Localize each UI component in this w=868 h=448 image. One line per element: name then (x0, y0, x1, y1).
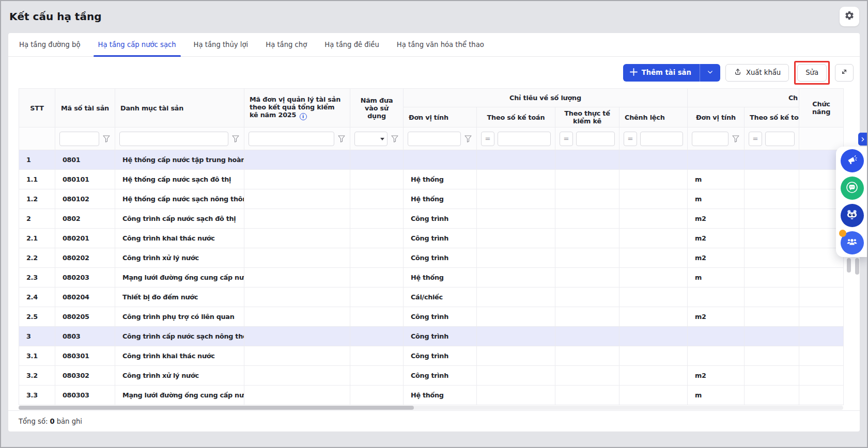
panda-bot-icon (845, 207, 859, 224)
community-button[interactable] (841, 231, 864, 254)
cell-stt: 3.1 (19, 346, 55, 366)
funnel-icon[interactable] (231, 135, 240, 142)
filter-input-difference[interactable] (640, 132, 683, 146)
table-row[interactable]: 30803Công trình cấp nước sạch nông thôn … (19, 327, 844, 346)
filter-operator-equals[interactable]: = (560, 132, 573, 146)
info-icon[interactable]: i (300, 113, 307, 120)
cell-year (350, 346, 404, 366)
filter-input-mgmt-unit[interactable] (249, 132, 334, 146)
settings-button[interactable] (840, 7, 859, 26)
funnel-icon[interactable] (732, 135, 740, 142)
cell-unit: Công trình (404, 327, 477, 346)
cell-stt: 1 (19, 150, 55, 170)
tab-ha-tang-de-dieu[interactable]: Hạ tầng đê điều (316, 33, 388, 56)
filter-cell-year (350, 127, 404, 150)
cell-name: Công trình xử lý nước (115, 366, 244, 386)
cell-name: Công trình xử lý nước (115, 248, 244, 268)
tab-ha-tang-thuy-loi[interactable]: Hạ tầng thủy lợi (185, 33, 257, 56)
cell-diff (619, 170, 688, 189)
toolbar: Thêm tài sản Xuất khẩu Sửa (8, 57, 860, 88)
cell-year (350, 150, 404, 170)
assistant-bot-button[interactable] (841, 204, 864, 227)
cell-year (350, 327, 404, 346)
cell-actions (799, 327, 844, 346)
filter-input-by-accounting2[interactable] (765, 132, 795, 146)
funnel-icon[interactable] (464, 135, 472, 142)
content-card: Hạ tầng đường bộ Hạ tầng cấp nước sạch H… (8, 33, 860, 431)
filter-input-asset-code[interactable] (59, 132, 99, 146)
cell-acc2 (745, 268, 799, 287)
cell-inv (555, 287, 619, 307)
cell-actions (799, 287, 844, 307)
cell-stt: 2.4 (19, 287, 55, 307)
table-row[interactable]: 2.2080202Công trình xử lý nướcCông trình… (19, 248, 844, 268)
filter-operator-equals[interactable]: = (749, 132, 762, 146)
funnel-icon[interactable] (391, 135, 399, 142)
cell-unit2: m2 (688, 307, 745, 327)
tab-ha-tang-duong-bo[interactable]: Hạ tầng đường bộ (10, 33, 89, 56)
fullscreen-button[interactable] (835, 64, 854, 82)
col-header-year-in-use: Năm đưa vào sử dụng (350, 89, 404, 127)
filter-input-by-accounting[interactable] (498, 132, 551, 146)
notification-dot (839, 230, 846, 237)
table-row[interactable]: 3.2080302Công trình xử lý nướcCông trình… (19, 366, 844, 386)
export-label: Xuất khẩu (746, 69, 781, 76)
tab-ha-tang-cho[interactable]: Hạ tầng chợ (257, 33, 316, 56)
table-row[interactable]: 3.3080303Mạng lưới đường ống cung cấp nư… (19, 386, 844, 405)
table-row[interactable]: 1.1080101Hệ thống cấp nước sạch đô thịHệ… (19, 170, 844, 189)
export-button[interactable]: Xuất khẩu (725, 64, 789, 82)
add-asset-dropdown-button[interactable] (700, 64, 720, 82)
col-header-unit2: Đơn vị tính (688, 107, 745, 127)
cell-year (350, 386, 404, 405)
cell-unit: Công trình (404, 307, 477, 327)
cell-name: Công trình cấp nước sạch nông thôn t... (115, 327, 244, 346)
page-title: Kết cấu hạ tầng (9, 10, 101, 23)
cell-acc2 (745, 327, 799, 346)
cell-code: 080205 (55, 307, 115, 327)
cell-inv (555, 346, 619, 366)
table-row[interactable]: 20802Công trình cấp nước sạch đô thịCông… (19, 209, 844, 229)
filter-input-unit2[interactable] (692, 132, 729, 146)
add-asset-button[interactable]: Thêm tài sản (623, 64, 700, 82)
table-row[interactable]: 2.1080201Công trình khai thác nướcCông t… (19, 229, 844, 248)
annotation-highlight: Sửa (794, 61, 830, 85)
table-row[interactable]: 2.5080205Công trình phụ trợ có liên quan… (19, 307, 844, 327)
cell-mgmt (244, 248, 350, 268)
cell-inv (555, 209, 619, 229)
cell-stt: 3 (19, 327, 55, 346)
upload-icon (734, 68, 742, 77)
cell-inv (555, 189, 619, 209)
col-header-mgmt-unit-code: Mã đơn vị quản lý tài sản theo kết quả t… (244, 89, 350, 127)
announcements-button[interactable] (841, 149, 864, 172)
table-row[interactable]: 2.4080204Thiết bị đo đếm nướcCái/chiếc (19, 287, 844, 307)
filter-operator-equals[interactable]: = (624, 132, 637, 146)
table-row[interactable]: 10801Hệ thống cấp nước tập trung hoàn ch… (19, 150, 844, 170)
filter-operator-equals[interactable]: = (481, 132, 494, 146)
cell-unit2: m (688, 386, 745, 405)
edit-button[interactable]: Sửa (797, 64, 827, 82)
table-row[interactable]: 2.3080203Mạng lưới đường ống cung cấp nư… (19, 268, 844, 287)
window-scrollbar-thumb[interactable] (855, 258, 859, 275)
table-row[interactable]: 1.2080102Hệ thống cấp nước sạch nông thô… (19, 189, 844, 209)
cell-mgmt (244, 366, 350, 386)
col-header-by-accounting: Theo số kế toán (477, 107, 555, 127)
chat-bot-icon (845, 181, 859, 196)
filter-input-asset-category[interactable] (119, 132, 228, 146)
tab-ha-tang-cap-nuoc-sach[interactable]: Hạ tầng cấp nước sạch (89, 33, 185, 56)
chat-support-button[interactable] (841, 177, 864, 200)
horizontal-scrollbar-thumb[interactable] (19, 406, 414, 410)
filter-input-by-inventory[interactable] (576, 132, 615, 146)
funnel-icon[interactable] (102, 135, 111, 142)
cell-inv (555, 327, 619, 346)
tab-ha-tang-van-hoa-the-thao[interactable]: Hạ tầng văn hóa thể thao (388, 33, 493, 56)
group-header-quantity: Chỉ tiêu về số lượng (404, 89, 688, 107)
filter-cell-unit1 (404, 127, 477, 150)
cell-diff (619, 209, 688, 229)
filter-cell-asset-code (55, 127, 115, 150)
filter-input-unit1[interactable] (408, 132, 461, 146)
funnel-icon[interactable] (337, 135, 346, 142)
vertical-scrollbar-thumb[interactable] (847, 258, 851, 273)
panel-toggle-button[interactable] (858, 133, 867, 146)
cell-acc (477, 189, 555, 209)
table-row[interactable]: 3.1080301Công trình khai thác nướcCông t… (19, 346, 844, 366)
